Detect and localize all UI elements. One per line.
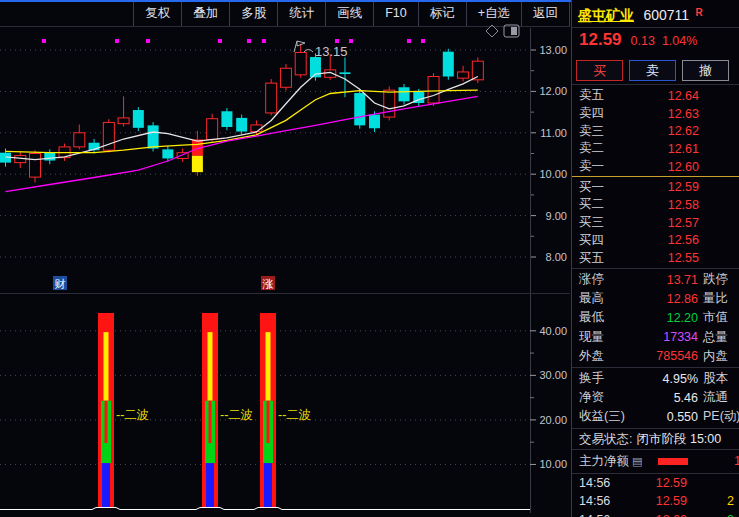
candle-down bbox=[89, 139, 100, 153]
ask-row[interactable]: 卖一12.60 bbox=[572, 158, 739, 176]
main-net-value: 1 bbox=[734, 454, 739, 468]
stat-row: 现量17334总量 bbox=[572, 328, 739, 347]
candle-up bbox=[458, 66, 469, 82]
stat-label: 换手 bbox=[572, 370, 604, 387]
cancel-button[interactable]: 撤 bbox=[682, 60, 729, 81]
candle-up bbox=[118, 96, 129, 126]
stat-value: 12.20 bbox=[604, 311, 698, 325]
marker-dot bbox=[42, 39, 46, 43]
main-net-label: 主力净额 bbox=[579, 453, 629, 470]
bid-price: 12.58 bbox=[604, 198, 739, 212]
price-change: 0.13 bbox=[631, 34, 655, 48]
stat-label: 净资 bbox=[572, 389, 604, 406]
chart-badge: 财 bbox=[53, 276, 67, 290]
diamond-icon[interactable] bbox=[486, 25, 498, 37]
stock-code: 600711 bbox=[643, 7, 689, 23]
price-row: 12.59 0.13 1.04% bbox=[572, 28, 739, 56]
stat-value: 5.46 bbox=[604, 391, 698, 405]
order-book: 卖五12.64卖四12.63卖三12.62卖二12.61卖一12.60买一12.… bbox=[572, 85, 739, 269]
tick-volume: 2 bbox=[727, 494, 739, 508]
ask-price: 12.61 bbox=[604, 142, 739, 156]
panel-layout-icon[interactable] bbox=[504, 25, 519, 37]
trade-buttons: 买卖撤 bbox=[572, 56, 739, 85]
chart-canvas[interactable]: 13.0012.0011.0010.009.008.0013.15财涨40.00… bbox=[0, 0, 570, 517]
bid-label: 买四 bbox=[572, 232, 604, 249]
trade-status-label: 交易状态: bbox=[579, 432, 632, 446]
ask-row[interactable]: 卖二12.61 bbox=[572, 140, 739, 158]
candle-signal bbox=[192, 131, 203, 176]
tick-row: 14:5612.602 bbox=[572, 511, 739, 517]
stat-row: 换手4.95%股本 bbox=[572, 369, 739, 388]
trade-status-row: 交易状态:闭市阶段 15:00 bbox=[572, 429, 739, 450]
ask-price: 12.60 bbox=[604, 160, 739, 174]
main-axis-tick: 12.00 bbox=[539, 85, 567, 97]
bid-row[interactable]: 买四12.56 bbox=[572, 232, 739, 250]
marker-dot bbox=[262, 39, 266, 43]
tick-price: 12.59 bbox=[627, 494, 727, 508]
sell-button[interactable]: 卖 bbox=[629, 60, 676, 81]
sub-axis-tick: 30.00 bbox=[539, 369, 567, 381]
candle-down bbox=[354, 91, 365, 129]
stat-row: 涨停13.71跌停 bbox=[572, 270, 739, 289]
candle-up bbox=[428, 73, 439, 106]
ask-row[interactable]: 卖四12.63 bbox=[572, 105, 739, 123]
main-net-bar bbox=[658, 458, 688, 465]
stat-label-2: 总量 bbox=[698, 329, 739, 346]
ask-price: 12.63 bbox=[604, 107, 739, 121]
stat-value: 0.550 bbox=[625, 410, 698, 424]
ask-label: 卖五 bbox=[572, 87, 604, 104]
event-markers bbox=[42, 39, 425, 43]
candle-up bbox=[295, 44, 306, 78]
main-chart[interactable]: 13.0012.0011.0010.009.008.0013.15财涨40.00… bbox=[0, 0, 570, 517]
marker-dot bbox=[407, 39, 411, 43]
candle-down bbox=[221, 108, 232, 130]
bid-row[interactable]: 买二12.58 bbox=[572, 196, 739, 214]
quote-panel: 盛屯矿业 600711 R 12.59 0.13 1.04% 买卖撤 卖五12.… bbox=[571, 0, 739, 517]
stat-label: 涨停 bbox=[572, 271, 604, 288]
trade-status-value: 闭市阶段 15:00 bbox=[636, 432, 721, 446]
stat-label-2: 量比 bbox=[698, 290, 739, 307]
bid-label: 买三 bbox=[572, 214, 604, 231]
buy-button[interactable]: 买 bbox=[576, 60, 623, 81]
high-annotation-value: 13.15 bbox=[315, 44, 348, 59]
candle-up bbox=[74, 125, 85, 150]
stat-row: 收益(三)0.550PE(动) bbox=[572, 407, 739, 426]
marker-dot bbox=[247, 39, 251, 43]
candle-up bbox=[207, 114, 218, 142]
sub-axis-tick: 10.00 bbox=[539, 458, 567, 470]
stats-block-1: 涨停13.71跌停最高12.86量比最低12.20市值现量17334总量外盘78… bbox=[572, 269, 739, 368]
stat-label: 外盘 bbox=[572, 348, 604, 365]
margin-flag: R bbox=[696, 7, 703, 18]
stock-name[interactable]: 盛屯矿业 bbox=[578, 7, 634, 23]
bid-row[interactable]: 买三12.57 bbox=[572, 214, 739, 232]
svg-text:涨: 涨 bbox=[263, 278, 274, 290]
sub-axis-tick: 20.00 bbox=[539, 414, 567, 426]
sub-grid: 40.0030.0020.0010.00 bbox=[0, 325, 567, 471]
stat-value: 17334 bbox=[604, 330, 698, 344]
main-axis-tick: 13.00 bbox=[539, 44, 567, 56]
stat-label: 收益(三) bbox=[572, 408, 625, 425]
stock-app-window: 复权叠加多股统计画线F10标记+自选返回 13.0012.0011.0010.0… bbox=[0, 0, 739, 517]
stat-label-2: 流通 bbox=[698, 389, 739, 406]
bid-row[interactable]: 买一12.59 bbox=[572, 178, 739, 196]
candlestick-series bbox=[0, 44, 483, 183]
stats-block-2: 换手4.95%股本净资5.46流通收益(三)0.550PE(动) bbox=[572, 368, 739, 429]
price-change-pct: 1.04% bbox=[662, 34, 697, 48]
ask-price: 12.62 bbox=[604, 124, 739, 138]
stat-row: 最高12.86量比 bbox=[572, 289, 739, 308]
bid-label: 买二 bbox=[572, 196, 604, 213]
ask-row[interactable]: 卖三12.62 bbox=[572, 122, 739, 140]
stat-value: 4.95% bbox=[604, 372, 698, 386]
chart-badge: 涨 bbox=[261, 276, 275, 290]
ask-row[interactable]: 卖五12.64 bbox=[572, 87, 739, 105]
signal-bar: --二波 bbox=[260, 313, 311, 508]
ask-price: 12.64 bbox=[604, 89, 739, 103]
bid-row[interactable]: 买五12.55 bbox=[572, 249, 739, 267]
bid-label: 买一 bbox=[572, 179, 604, 196]
signal-bars: --二波--二波--二波 bbox=[0, 313, 530, 510]
candle-up bbox=[15, 151, 26, 168]
ask-label: 卖一 bbox=[572, 158, 604, 175]
list-icon[interactable]: ▤ bbox=[632, 455, 642, 468]
stat-row: 外盘785546内盘 bbox=[572, 347, 739, 366]
candle-up bbox=[280, 64, 291, 90]
